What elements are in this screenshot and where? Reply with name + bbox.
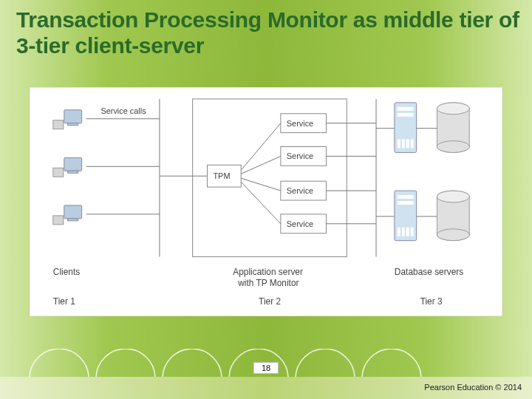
db-cylinder-1: [437, 103, 469, 153]
db-server-1: [395, 103, 417, 153]
svg-rect-4: [68, 171, 78, 173]
copyright-text: Pearson Education © 2014: [424, 383, 522, 392]
tier1-label: Tier 1: [53, 296, 75, 307]
svg-rect-37: [411, 140, 414, 149]
svg-rect-3: [64, 157, 82, 171]
svg-point-51: [437, 191, 469, 202]
tier3-label: Tier 3: [420, 296, 443, 307]
db-cylinder-2: [437, 191, 469, 241]
svg-rect-1: [68, 123, 78, 126]
architecture-diagram: Service calls TPM Service Service Servic…: [30, 87, 502, 316]
svg-text:Service: Service: [287, 186, 313, 195]
appserver-label-1: Application server: [233, 267, 303, 277]
svg-rect-44: [398, 201, 414, 205]
svg-rect-45: [398, 228, 400, 236]
svg-text:Service: Service: [287, 151, 313, 160]
service-box-4: Service: [281, 214, 327, 233]
svg-text:Service: Service: [287, 119, 313, 128]
clients-label: Clients: [53, 267, 80, 277]
svg-rect-35: [402, 140, 405, 149]
client-1: [53, 110, 82, 129]
service-box-3: Service: [281, 181, 327, 200]
svg-point-39: [437, 141, 469, 153]
svg-rect-6: [64, 205, 82, 219]
service-calls-label: Service calls: [100, 106, 146, 115]
svg-rect-33: [398, 113, 414, 117]
svg-rect-5: [53, 168, 64, 177]
svg-text:Service: Service: [287, 219, 313, 228]
svg-point-40: [437, 103, 469, 115]
svg-point-50: [437, 229, 469, 241]
tpm-label: TPM: [213, 171, 230, 180]
client-3: [53, 205, 82, 225]
svg-rect-0: [64, 110, 82, 123]
tier2-label: Tier 2: [259, 296, 281, 307]
svg-rect-7: [68, 219, 78, 221]
svg-rect-2: [53, 120, 64, 129]
svg-rect-46: [402, 228, 405, 236]
client-2: [53, 157, 82, 177]
svg-rect-48: [411, 228, 414, 236]
service-box-2: Service: [281, 146, 327, 166]
slide: Transaction Processing Monitor as middle…: [0, 0, 532, 399]
svg-rect-36: [406, 140, 409, 149]
service-box-1: Service: [281, 114, 327, 133]
page-number: 18: [253, 362, 279, 374]
svg-rect-32: [398, 107, 414, 111]
svg-rect-43: [398, 195, 414, 199]
appserver-label-2: with TP Monitor: [237, 278, 299, 288]
svg-rect-34: [398, 140, 400, 149]
svg-rect-8: [53, 216, 64, 225]
svg-rect-47: [406, 228, 409, 236]
dbservers-label: Database servers: [395, 267, 463, 277]
slide-title: Transaction Processing Monitor as middle…: [16, 7, 532, 58]
db-server-2: [395, 191, 417, 241]
